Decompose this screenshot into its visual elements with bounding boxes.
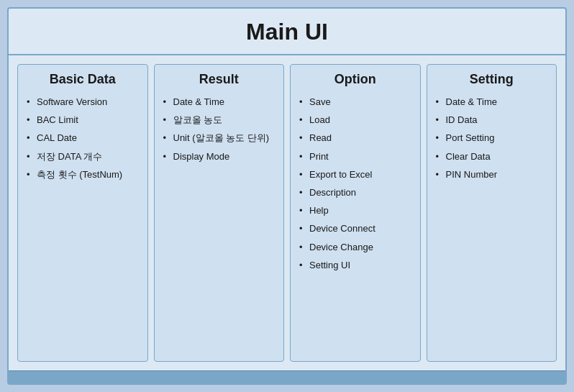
list-item: Read bbox=[299, 132, 411, 145]
footer-bar bbox=[9, 370, 565, 383]
list-item: Date & Time bbox=[436, 96, 548, 109]
list-item: Save bbox=[299, 96, 411, 109]
column-title-result: Result bbox=[163, 72, 275, 87]
list-item: Clear Data bbox=[436, 150, 548, 163]
main-container: Main UI Basic DataSoftware VersionBAC Li… bbox=[7, 7, 567, 385]
list-item: Date & Time bbox=[163, 96, 275, 109]
column-basic-data: Basic DataSoftware VersionBAC LimitCAL D… bbox=[17, 64, 148, 362]
list-item: Device Connect bbox=[299, 222, 411, 235]
main-title: Main UI bbox=[9, 19, 565, 45]
list-item: PIN Number bbox=[436, 168, 548, 181]
list-item: Print bbox=[299, 150, 411, 163]
list-item: ID Data bbox=[436, 114, 548, 127]
column-option: OptionSaveLoadReadPrintExport to ExcelDe… bbox=[290, 64, 421, 362]
list-item: Export to Excel bbox=[299, 168, 411, 181]
list-item: BAC Limit bbox=[27, 114, 139, 127]
list-item: Port Setting bbox=[436, 132, 548, 145]
list-item: 측정 횟수 (TestNum) bbox=[27, 168, 139, 181]
column-list-result: Date & Time알코올 농도Unit (알코올 농도 단위)Display… bbox=[163, 96, 275, 163]
column-list-basic-data: Software VersionBAC LimitCAL Date저장 DATA… bbox=[27, 96, 139, 181]
list-item: Unit (알코올 농도 단위) bbox=[163, 132, 275, 145]
column-title-setting: Setting bbox=[436, 72, 548, 87]
column-list-option: SaveLoadReadPrintExport to ExcelDescript… bbox=[299, 96, 411, 272]
list-item: Help bbox=[299, 204, 411, 217]
list-item: Software Version bbox=[27, 96, 139, 109]
header: Main UI bbox=[9, 9, 565, 55]
list-item: Display Mode bbox=[163, 150, 275, 163]
list-item: Description bbox=[299, 186, 411, 199]
list-item: Device Change bbox=[299, 241, 411, 254]
list-item: CAL Date bbox=[27, 132, 139, 145]
list-item: 저장 DATA 개수 bbox=[27, 150, 139, 163]
column-title-option: Option bbox=[299, 72, 411, 87]
list-item: 알코올 농도 bbox=[163, 114, 275, 127]
list-item: Load bbox=[299, 114, 411, 127]
column-result: ResultDate & Time알코올 농도Unit (알코올 농도 단위)D… bbox=[154, 64, 285, 362]
column-title-basic-data: Basic Data bbox=[27, 72, 139, 87]
column-list-setting: Date & TimeID DataPort SettingClear Data… bbox=[436, 96, 548, 181]
list-item: Setting UI bbox=[299, 259, 411, 272]
columns-wrapper: Basic DataSoftware VersionBAC LimitCAL D… bbox=[9, 55, 565, 370]
column-setting: SettingDate & TimeID DataPort SettingCle… bbox=[427, 64, 557, 362]
